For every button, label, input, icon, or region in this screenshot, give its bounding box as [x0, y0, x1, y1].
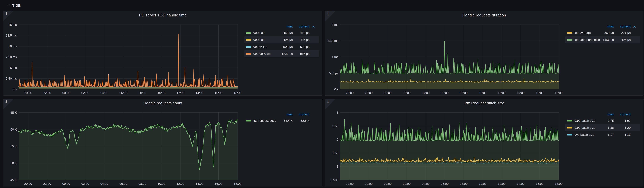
x-axis-tick-label: 06:00 — [441, 182, 448, 186]
y-axis-tick-label: 2.50 — [332, 124, 338, 128]
x-axis-tick-label: 12:00 — [498, 91, 506, 95]
y-axis-tick-label: 12.5 ms — [6, 34, 17, 37]
legend-max-value: 450 µs — [273, 31, 293, 35]
x-axis-tick-label: 22:00 — [43, 182, 51, 186]
x-axis-tick-label: 10:00 — [479, 91, 486, 95]
x-axis-tick-label: 14:00 — [196, 182, 204, 186]
legend-series-label[interactable]: 99% tso — [246, 38, 273, 42]
x-axis-tick-label: 02:00 — [403, 91, 411, 95]
y-axis-tick-label: 1.50 — [332, 151, 338, 155]
legend-series-swatch — [567, 120, 572, 122]
x-axis-tick-label: 16:00 — [536, 182, 544, 186]
legend-series-label[interactable]: 99.9% tso — [246, 45, 273, 49]
y-axis-tick-label: 50 K — [10, 162, 17, 165]
x-axis-tick-label: 04:00 — [422, 91, 430, 95]
legend-series-label[interactable]: 0.90 batch size — [567, 126, 594, 130]
x-axis-tick-label: 06:00 — [120, 91, 127, 95]
info-icon: i — [327, 12, 329, 16]
legend-max-value: 2.75 — [594, 119, 614, 123]
x-axis-tick-label: 20:00 — [24, 182, 32, 186]
legend-max-value: 1.36 — [594, 126, 614, 130]
x-axis-tick-label: 18:00 — [555, 91, 562, 95]
legend-series-swatch — [567, 39, 572, 41]
panel-title[interactable]: Tso Request batch size — [325, 101, 643, 105]
legend-series-swatch — [246, 39, 251, 41]
legend-series-label[interactable]: 0.99 batch size — [567, 119, 594, 123]
legend-sort-max[interactable]: max — [594, 25, 614, 28]
x-axis-tick-label: 00:00 — [62, 182, 70, 186]
legend-max-value: 500 µs — [273, 45, 293, 49]
x-axis-tick-label: 12:00 — [498, 182, 506, 186]
x-axis-tick-label: 08:00 — [460, 182, 468, 186]
y-axis-tick-label: 55 K — [10, 145, 17, 148]
info-icon: i — [5, 100, 8, 104]
legend-header: max current — [565, 112, 640, 117]
legend-series-label[interactable]: tso average — [567, 31, 594, 35]
x-axis-tick-label: 16:00 — [215, 182, 222, 186]
dashboard-row-header: TiDB — [0, 0, 644, 11]
legend-series-swatch — [567, 134, 572, 136]
legend-row-0-90-batch-size: 0.90 batch size1.361.20 — [565, 124, 640, 131]
x-axis-tick-label: 20:00 — [346, 182, 354, 186]
x-axis-tick-label: 06:00 — [120, 182, 127, 186]
dashboard-row-title: TiDB — [12, 3, 21, 8]
x-axis-tick-label: 18:00 — [234, 182, 242, 186]
legend-tso-request-batch-size: max current 0.99 batch size2.751.970.90 … — [565, 112, 640, 138]
legend-series-swatch — [246, 53, 251, 55]
legend-series-label[interactable]: tso 98th percentile — [567, 38, 594, 42]
legend-row-0-99-batch-size: 0.99 batch size2.751.97 — [565, 117, 640, 124]
legend-sort-current[interactable]: current — [614, 113, 631, 116]
legend-sort-max[interactable]: max — [594, 113, 614, 116]
y-axis-tick-label: 45 K — [10, 178, 17, 182]
y-axis-tick-label: 0 s — [334, 88, 338, 91]
series-line-tso-98th-percentile — [340, 41, 558, 73]
panel-title[interactable]: Handle requests count — [3, 101, 322, 105]
legend-current-value: 62.8 K — [293, 119, 310, 123]
series-fill-avg-batch-size — [340, 163, 558, 180]
panel-title[interactable]: Handle requests duration — [325, 13, 643, 17]
panel-title[interactable]: PD server TSO handle time — [3, 13, 322, 17]
legend-current-value: 450 µs — [293, 31, 310, 35]
x-axis-tick-label: 00:00 — [62, 91, 70, 95]
legend-sort-current[interactable]: current — [293, 25, 310, 28]
legend-row-tso-98th-percentile: tso 98th percentile1.53 ms495 µs — [565, 36, 640, 43]
legend-series-label[interactable]: tso request/secs — [246, 119, 273, 123]
y-axis-tick-label: 0 s — [13, 88, 17, 91]
legend-sort-current[interactable]: current — [614, 25, 631, 28]
legend-series-swatch — [567, 32, 572, 34]
legend-sort-current[interactable]: current — [293, 113, 310, 116]
legend-pd-server-tso-handle-time: max current 90% tso450 µs450 µs99% tso49… — [244, 24, 319, 57]
legend-row-99-999-tso: 99.999% tso12.8 ms965 µs — [244, 50, 319, 57]
chevron-down-icon — [7, 4, 10, 7]
legend-current-value: 221 µs — [614, 31, 631, 35]
y-axis-tick-label: 1.50 ms — [327, 39, 338, 42]
y-axis-tick-label: 1 ms — [332, 55, 338, 59]
panel-handle-requests-duration: i Handle requests duration 2 ms1.50 ms1 … — [325, 11, 644, 96]
y-axis-tick-label: 15 ms — [8, 23, 17, 26]
legend-series-label[interactable]: 90% tso — [246, 31, 273, 35]
x-axis-tick-label: 22:00 — [365, 182, 372, 186]
legend-current-value: 1.97 — [614, 119, 631, 123]
legend-row-tso-request-secs: tso request/secs64.4 K62.8 K — [244, 117, 319, 124]
legend-handle-requests-duration: max current tso average369 µs221 µstso 9… — [565, 24, 640, 43]
x-axis-tick-label: 00:00 — [384, 91, 392, 95]
x-axis-tick-label: 18:00 — [555, 182, 562, 186]
y-axis-tick-label: 3 — [337, 111, 338, 114]
x-axis-tick-label: 18:00 — [234, 91, 242, 95]
x-axis-tick-label: 20:00 — [346, 91, 354, 95]
y-axis-tick-label: 1 — [337, 165, 338, 168]
x-axis-tick-label: 00:00 — [384, 182, 392, 186]
legend-series-label[interactable]: avg batch size — [567, 133, 594, 137]
x-axis-tick-label: 16:00 — [215, 91, 222, 95]
dashboard-row-toggle[interactable]: TiDB — [7, 3, 21, 8]
x-axis-tick-label: 14:00 — [196, 91, 204, 95]
legend-series-swatch — [567, 127, 572, 129]
series-line-99-999-tso — [18, 34, 238, 87]
legend-sort-max[interactable]: max — [273, 113, 293, 116]
legend-current-value: 495 µs — [293, 38, 310, 42]
legend-row-99-9-tso: 99.9% tso500 µs500 µs — [244, 43, 319, 50]
x-axis-tick-label: 22:00 — [365, 91, 372, 95]
legend-sort-max[interactable]: max — [273, 25, 293, 28]
legend-series-label[interactable]: 99.999% tso — [246, 52, 273, 56]
y-axis-tick-label: 2.50 ms — [6, 77, 17, 80]
